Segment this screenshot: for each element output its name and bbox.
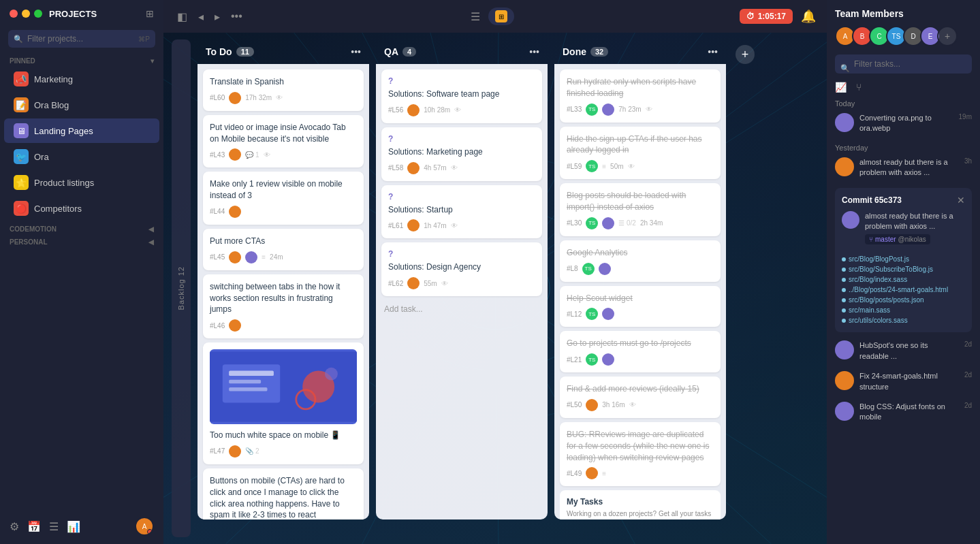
card-done-L30[interactable]: Blog posts should be loaded with import(… (560, 183, 721, 236)
panel-chart-icon[interactable]: 📈 (835, 82, 847, 93)
eye-icon: 👁 (629, 401, 636, 409)
sidebar-item-marketing[interactable]: 📣 Marketing (4, 67, 159, 91)
activity-item-1: almost ready but there is a problem with… (835, 157, 972, 178)
personal-chevron-icon[interactable]: ◀ (148, 238, 154, 246)
activity-avatar-1 (835, 157, 854, 176)
traffic-light-green[interactable] (34, 10, 42, 18)
user-avatar[interactable]: A (135, 517, 154, 536)
sidebar-item-competitors[interactable]: 🔴 Competitors (4, 196, 159, 221)
search-shortcut: ⌘P (138, 35, 150, 43)
svg-rect-27 (229, 380, 261, 384)
sidebar-calendar-icon[interactable]: 📅 (27, 520, 41, 533)
panel-branch-icon[interactable]: ⑂ (856, 82, 862, 93)
search-input[interactable] (8, 30, 155, 48)
qa-menu-button[interactable]: ••• (529, 46, 539, 57)
commit-close-button[interactable]: ✕ (957, 195, 965, 206)
qa-add-task[interactable]: Add task... (381, 300, 542, 318)
ora-icon: 🐦 (14, 149, 29, 164)
card-id: #L50 (567, 401, 582, 409)
traffic-light-yellow[interactable] (22, 10, 30, 18)
sidebar-item-landing-pages[interactable]: 🖥 Landing Pages (4, 118, 159, 143)
notification-icon[interactable]: 🔔 (801, 9, 816, 24)
pinned-section-label: PINNED ▾ (0, 53, 163, 66)
card-title: BUG: RReviews image are duplicated for a… (567, 429, 714, 463)
card-L46[interactable]: switching between tabs in the how it wor… (203, 274, 364, 338)
card-done-L33[interactable]: Run hydrate only when scripts have finis… (560, 69, 721, 123)
attachment-icon: 📎 2 (245, 447, 259, 455)
card-L44[interactable]: Make only 1 review visible on mobile ins… (203, 172, 364, 225)
card-qa-L61[interactable]: ? Solutions: Startup #L61 1h 47m 👁 (381, 185, 542, 239)
filter-tasks-input[interactable] (835, 54, 972, 74)
timer-badge[interactable]: ⏱ 1:05:17 (740, 9, 793, 24)
card-qa-L56[interactable]: ? Solutions: Software team page #L56 10h… (381, 69, 542, 123)
qa-body: ? Solutions: Software team page #L56 10h… (376, 64, 548, 519)
done-menu-button[interactable]: ••• (708, 46, 718, 57)
card-avatar: TS (586, 103, 598, 116)
card-id: #L56 (388, 106, 403, 114)
nav-forward-button[interactable]: ▸ (212, 7, 223, 26)
sidebar-toggle-button[interactable]: ◧ (174, 7, 190, 26)
card-done-L49b[interactable]: BUG: RReviews image are duplicated for a… (560, 422, 721, 486)
sidebar-item-label: Competitors (34, 204, 82, 214)
card-id: #L30 (567, 219, 582, 227)
card-avatar-2 (599, 263, 611, 275)
more-options-button[interactable]: ••• (228, 7, 245, 25)
sidebar-item-ora[interactable]: 🐦 Ora (4, 144, 159, 169)
card-id: #L12 (567, 310, 582, 318)
activity-text-more-0: HubSpot's one so its readable ... (859, 340, 959, 362)
card-id: #L58 (388, 164, 403, 172)
card-qa-L58[interactable]: ? Solutions: Marketing page #L58 4h 57m … (381, 127, 542, 181)
marketing-icon: 📣 (14, 71, 29, 86)
card-done-L21[interactable]: Go to projects must go to /projects #L21… (560, 331, 721, 372)
card-title: switching between tabs in the how it wor… (210, 281, 357, 315)
main-area: ◧ ◂ ▸ ••• ☰ ⊞ ⏱ 1:05:17 🔔 (163, 0, 827, 544)
add-column-button[interactable]: + (736, 45, 755, 64)
sidebar-bottom: ⚙ 📅 ☰ 📊 A (0, 509, 163, 544)
activity-text-more-1: Fix 24-smart-goals.html structure (859, 371, 959, 392)
sidebar-search-wrap: 🔍 ⌘P (8, 30, 155, 48)
nav-back-button[interactable]: ◂ (195, 7, 206, 26)
card-L45[interactable]: Put more CTAs #L45 ≡ 24m (203, 229, 364, 270)
card-L47[interactable]: Too much white space on mobile 📱 #L47 📎 … (203, 342, 364, 464)
sidebar-item-product-listings[interactable]: ⭐ Product listings (4, 170, 159, 195)
card-title: Solutions: Startup (388, 204, 535, 216)
pinned-chevron-icon[interactable]: ▾ (151, 57, 154, 65)
commit-title: Commit 65c373 ✕ (842, 195, 965, 206)
column-done: Done 32 ••• Run hydrate only when script… (554, 39, 726, 537)
sidebar-settings-icon[interactable]: ⚙ (10, 520, 19, 533)
my-tasks-card[interactable]: My Tasks Working on a dozen projects? Ge… (560, 490, 721, 519)
card-done-L59[interactable]: Hide the sign-up CTAs if the user has al… (560, 127, 721, 180)
card-qa-L62[interactable]: ? Solutions: Design Agency #L62 55m 👁 (381, 242, 542, 296)
card-done-L12[interactable]: Help Scout widget #L12 TS (560, 286, 721, 327)
commit-file-6: src/utils/colors.sass (842, 315, 965, 325)
sidebar-chart-icon[interactable]: 📊 (67, 520, 80, 533)
traffic-light-red[interactable] (10, 10, 18, 18)
commit-content: almost ready but there is a problem with… (842, 211, 965, 249)
card-L43[interactable]: Put video or image insie Avocado Tab on … (203, 115, 364, 168)
card-done-L8[interactable]: Google Analytics #L8 TS (560, 240, 721, 282)
list-icon: ≡ (602, 470, 606, 477)
sidebar-item-ora-blog[interactable]: 📝 Ora Blog (4, 93, 159, 117)
eye-icon: 👁 (451, 164, 458, 172)
board-selector[interactable]: ⊞ (488, 7, 514, 25)
card-id: #L8 (567, 265, 578, 272)
list-icon: ≡ (602, 163, 606, 170)
codemotion-chevron-icon[interactable]: ◀ (148, 225, 154, 233)
card-L48[interactable]: Buttons on mobile (CTAs) are hard to cli… (203, 468, 364, 519)
todo-menu-button[interactable]: ••• (351, 46, 361, 57)
view-list-icon[interactable]: ☰ (471, 10, 480, 23)
sidebar-icon-layout[interactable]: ⊞ (146, 8, 154, 19)
card-avatar (229, 92, 241, 104)
card-avatar-2 (602, 103, 614, 116)
sidebar-list-icon[interactable]: ☰ (49, 520, 59, 533)
done-body: Run hydrate only when scripts have finis… (554, 64, 726, 519)
activity-avatar-0 (835, 113, 854, 132)
panel-title: Team Members (835, 8, 972, 19)
kanban-scroll[interactable]: Backlog 12 To Do 11 ••• Translate in Spa… (163, 33, 827, 544)
add-member-button[interactable]: + (937, 26, 958, 46)
eye-icon: 👁 (441, 280, 448, 287)
backlog-strip[interactable]: Backlog 12 (172, 39, 191, 537)
filter-search-icon: 🔍 (840, 64, 850, 73)
card-L60[interactable]: Translate in Spanish #L60 17h 32m 👁 (203, 69, 364, 111)
card-done-L50[interactable]: Find & add more reviews (ideally 15) #L5… (560, 377, 721, 418)
